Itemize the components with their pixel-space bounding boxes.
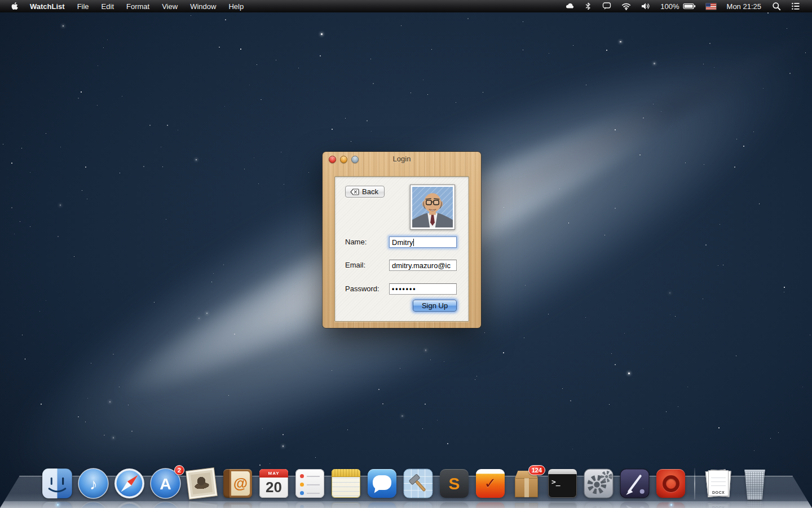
- menu-view[interactable]: View: [156, 0, 184, 12]
- menu-app-name[interactable]: WatchList: [24, 0, 71, 12]
- chat-bubble-icon: [602, 2, 611, 11]
- dock-system-preferences-icon[interactable]: [582, 467, 615, 500]
- avatar-portrait-image: [412, 187, 453, 227]
- email-input[interactable]: dmitry.mazuro@ic: [389, 260, 457, 271]
- apple-menu[interactable]: [7, 2, 24, 11]
- back-button[interactable]: Back: [345, 186, 385, 198]
- dock-separator: [694, 468, 695, 500]
- spotlight-menu[interactable]: [767, 0, 786, 12]
- svg-text:A: A: [160, 475, 171, 493]
- sign-up-label: Sign Up: [422, 301, 448, 310]
- email-label: Email:: [345, 261, 365, 269]
- calendar-month: MAY: [259, 469, 288, 478]
- dock-xcode-icon[interactable]: [402, 467, 434, 500]
- notification-center-icon: [791, 2, 800, 11]
- menu-clock[interactable]: Mon 21:25: [721, 0, 767, 12]
- apple-logo-icon: [10, 2, 18, 11]
- dock-terminal-icon[interactable]: >_: [546, 467, 579, 500]
- bluetooth-icon: [584, 2, 592, 11]
- password-input[interactable]: •••••••: [389, 283, 457, 295]
- wifi-icon: [621, 2, 631, 11]
- dock-sublime-icon[interactable]: S: [438, 467, 470, 500]
- spotlight-search-icon: [772, 2, 781, 11]
- menu-edit[interactable]: Edit: [95, 0, 120, 12]
- package-badge: 124: [528, 465, 545, 475]
- bluetooth-menu[interactable]: [579, 0, 597, 12]
- notification-center-menu[interactable]: [786, 0, 805, 12]
- user-avatar: [410, 185, 455, 230]
- dock-itunes-icon[interactable]: ♪: [77, 467, 109, 500]
- dock-mail-icon[interactable]: [186, 467, 218, 500]
- menu-window[interactable]: Window: [184, 0, 222, 12]
- us-flag-icon: [706, 3, 716, 10]
- menu-file[interactable]: File: [71, 0, 95, 12]
- dock-calendar-icon[interactable]: MAY 20: [258, 467, 290, 500]
- window-titlebar[interactable]: Login: [323, 152, 481, 165]
- back-button-label: Back: [362, 187, 378, 196]
- dock-appstore-icon[interactable]: A 2: [149, 467, 182, 500]
- calendar-day: 20: [259, 478, 288, 497]
- battery-icon: [683, 2, 696, 11]
- dock-documents-stack-icon[interactable]: DOCX: [703, 467, 735, 500]
- dock-finder-icon[interactable]: [41, 467, 73, 500]
- cloud-status-menu[interactable]: [560, 0, 579, 12]
- dock: ♪ A 2 @: [0, 476, 812, 508]
- dock-reminders-icon[interactable]: [294, 467, 326, 500]
- dock-contacts-icon[interactable]: @: [222, 467, 254, 500]
- dock-safari-icon[interactable]: [113, 467, 145, 500]
- text-caret: [413, 239, 414, 246]
- speaker-icon: [641, 2, 650, 11]
- docs-stack-label: DOCX: [709, 491, 728, 494]
- input-source-menu[interactable]: [701, 0, 721, 12]
- dock-trash-icon[interactable]: [739, 467, 771, 500]
- window-title: Login: [323, 155, 481, 163]
- menu-bar: WatchList File Edit Format View Window H…: [0, 0, 812, 12]
- dock-watchlist-icon[interactable]: [655, 467, 687, 500]
- messages-status-menu[interactable]: [597, 0, 616, 12]
- sign-up-button[interactable]: Sign Up: [413, 300, 457, 312]
- svg-text:♪: ♪: [90, 475, 98, 493]
- email-row: Email: dmitry.mazuro@ic: [335, 260, 469, 271]
- dock-notes-icon[interactable]: [330, 467, 362, 500]
- battery-menu[interactable]: 100%: [655, 0, 700, 12]
- dock-clear-icon[interactable]: ✓: [474, 467, 506, 500]
- dock-messages-icon[interactable]: [366, 467, 398, 500]
- name-input[interactable]: Dmitry: [389, 237, 457, 248]
- password-label: Password:: [345, 284, 379, 293]
- menu-format[interactable]: Format: [120, 0, 156, 12]
- appstore-badge: 2: [174, 465, 184, 475]
- login-window: Login Back: [323, 152, 481, 328]
- volume-menu[interactable]: [636, 0, 655, 12]
- login-panel: Back: [334, 176, 469, 322]
- cloud-icon: [565, 2, 574, 11]
- battery-percent: 100%: [660, 2, 679, 11]
- name-label: Name:: [345, 238, 367, 246]
- menu-help[interactable]: Help: [222, 0, 250, 12]
- password-row: Password: •••••••: [335, 283, 469, 295]
- dock-pen-app-icon[interactable]: [619, 467, 651, 500]
- name-row: Name: Dmitry: [335, 237, 469, 248]
- back-delete-icon: [350, 189, 359, 195]
- wifi-menu[interactable]: [616, 0, 636, 12]
- dock-package-icon[interactable]: 124: [510, 467, 542, 500]
